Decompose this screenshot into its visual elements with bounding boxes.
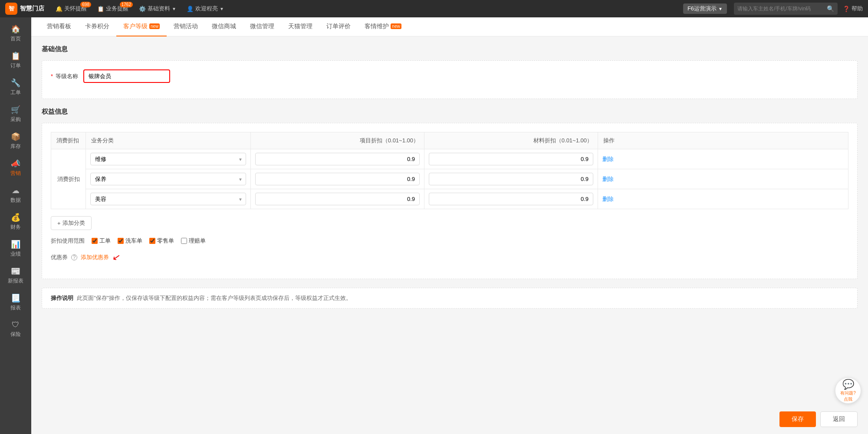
op-notes-text: 此页面"保存"操作，仅保存该等级下配置的权益内容；需在客户等级列表页成功保存后，… [77,294,352,302]
add-coupon-link[interactable]: 添加优惠券 [81,253,109,261]
category-select[interactable]: 维修保养美容钣喷快修其他 [90,153,246,165]
discount-type-cell: 消费折扣 [51,149,86,209]
item-discount-cell[interactable] [251,169,424,189]
insurance-icon: 🛡 [12,320,20,329]
tab-card-points[interactable]: 卡券积分 [78,17,116,36]
checkbox-workorder-input[interactable] [92,238,98,244]
checkbox-claim[interactable]: 理赔单 [181,237,206,245]
category-select[interactable]: 维修保养美容钣喷快修其他 [90,173,246,185]
col-item-discount: 项目折扣（0.01~1.00） [251,132,424,149]
sidebar-item-orders[interactable]: 📋 订单 [0,48,31,73]
chevron-down-icon3: ▼ [718,7,723,11]
sidebar-item-new-reports[interactable]: 📰 新报表 [0,263,31,288]
checkbox-carwash[interactable]: 洗车单 [118,237,142,245]
chevron-down-icon2: ▼ [220,7,224,11]
checkbox-retail[interactable]: 零售单 [149,237,174,245]
delete-cell[interactable]: 删除 [598,169,848,189]
orders-icon: 📋 [11,51,20,61]
question-icon: ❓ [843,6,850,12]
tab-customer-care[interactable]: 客情维护 new [358,17,408,36]
tab-marketing-activity[interactable]: 营销活动 [167,17,205,36]
chevron-down-icon: ▼ [172,7,176,11]
material-discount-cell[interactable] [424,169,598,189]
sidebar: 🏠 首页 📋 订单 🔧 工单 🛒 采购 📦 库存 📣 营销 ☁ 数据 💰 [0,17,31,434]
checkbox-claim-label: 理赔单 [189,237,206,245]
help-button[interactable]: ❓ 帮助 [843,5,863,13]
checkbox-workorder[interactable]: 工单 [92,237,111,245]
user-icon: 👤 [187,6,194,12]
category-cell[interactable]: 维修保养美容钣喷快修其他 ▼ [86,189,251,209]
item-discount-cell[interactable] [251,189,424,209]
category-cell[interactable]: 维修保养美容钣喷快修其他 ▼ [86,149,251,169]
sidebar-label-inventory: 库存 [10,143,21,150]
sidebar-item-marketing[interactable]: 📣 营销 [0,155,31,181]
nav-item-business[interactable]: 📋 业务提醒 1762 [93,0,133,17]
tab-wechat-manage[interactable]: 微信管理 [243,17,281,36]
f6-button[interactable]: F6运营演示 ▼ [683,3,727,14]
nav-item-basic-data[interactable]: ⚙️ 基础资料 ▼ [135,0,181,17]
delete-row-button[interactable]: 删除 [602,196,614,202]
logo-area[interactable]: 智 智慧门店 [5,3,44,15]
delete-cell[interactable]: 删除 [598,189,848,209]
material-discount-input[interactable] [429,173,593,185]
home-icon: 🏠 [11,24,20,34]
attention-badge: 698 [80,2,91,7]
save-button[interactable]: 保存 [779,411,816,427]
sidebar-item-reports[interactable]: 📃 报表 [0,290,31,315]
search-box[interactable]: 🔍 [734,3,838,15]
data-icon: ☁ [12,186,20,195]
material-discount-input[interactable] [429,153,593,165]
delete-cell[interactable]: 删除 [598,149,848,169]
tab-tmall-manage[interactable]: 天猫管理 [281,17,319,36]
checkbox-carwash-input[interactable] [118,238,124,244]
sidebar-item-workorder[interactable]: 🔧 工单 [0,75,31,100]
delete-row-button[interactable]: 删除 [602,176,614,182]
help-icon[interactable]: ? [71,254,77,260]
sidebar-item-data[interactable]: ☁ 数据 [0,182,31,207]
material-discount-cell[interactable] [424,189,598,209]
back-button[interactable]: 返回 [820,411,858,427]
chat-widget[interactable]: 💬 有问题? 点我 [835,378,861,404]
category-select[interactable]: 维修保养美容钣喷快修其他 [90,193,246,205]
nav-item-attention[interactable]: 🔔 关怀提醒 698 [51,0,91,17]
search-icon[interactable]: 🔍 [827,5,834,12]
basic-info-card: * 等级名称 [42,60,858,99]
new-badge-customer-level: new [149,23,160,29]
sidebar-item-performance[interactable]: 📊 业绩 [0,236,31,261]
checkbox-retail-input[interactable] [149,238,155,244]
sidebar-item-home[interactable]: 🏠 首页 [0,21,31,46]
sidebar-item-finance[interactable]: 💰 财务 [0,209,31,234]
item-discount-cell[interactable] [251,149,424,169]
item-discount-input[interactable] [255,193,420,205]
checkbox-claim-input[interactable] [181,238,187,244]
level-name-input[interactable] [83,69,170,83]
rights-info-card: 消费折扣 业务分类 项目折扣（0.01~1.00） 材料折扣（0.01~1.00… [42,123,858,279]
tab-order-review[interactable]: 订单评价 [319,17,358,36]
header-nav: 🔔 关怀提醒 698 📋 业务提醒 1762 ⚙️ 基础资料 ▼ 👤 欢迎程亮 … [51,0,676,17]
tab-marketing-board[interactable]: 营销看板 [40,17,78,36]
marketing-icon: 📣 [11,159,20,168]
sidebar-item-insurance[interactable]: 🛡 保险 [0,317,31,342]
delete-row-button[interactable]: 删除 [602,156,614,162]
search-input[interactable] [737,6,824,12]
discount-scope-label: 折扣使用范围 [51,237,85,245]
sidebar-item-inventory[interactable]: 📦 库存 [0,128,31,154]
col-action: 操作 [598,132,848,149]
tab-wechat-mall[interactable]: 微信商城 [205,17,243,36]
material-discount-input[interactable] [429,193,593,205]
header-right: 🔍 ❓ 帮助 [734,3,863,15]
material-discount-cell[interactable] [424,149,598,169]
tab-customer-level[interactable]: 客户等级 new [116,17,167,36]
basic-info-title: 基础信息 [42,45,858,53]
category-cell[interactable]: 维修保养美容钣喷快修其他 ▼ [86,169,251,189]
item-discount-input[interactable] [255,173,420,185]
checkbox-workorder-label: 工单 [99,237,111,245]
add-category-button[interactable]: + 添加分类 [51,216,92,230]
sidebar-label-new-reports: 新报表 [8,277,23,285]
sidebar-label-performance: 业绩 [10,250,21,258]
item-discount-input[interactable] [255,153,420,165]
sidebar-item-purchase[interactable]: 🛒 采购 [0,102,31,127]
top-header: 智 智慧门店 🔔 关怀提醒 698 📋 业务提醒 1762 ⚙️ 基础资料 ▼ … [0,0,868,17]
business-icon: 📋 [97,6,104,12]
nav-item-user[interactable]: 👤 欢迎程亮 ▼ [182,0,228,17]
